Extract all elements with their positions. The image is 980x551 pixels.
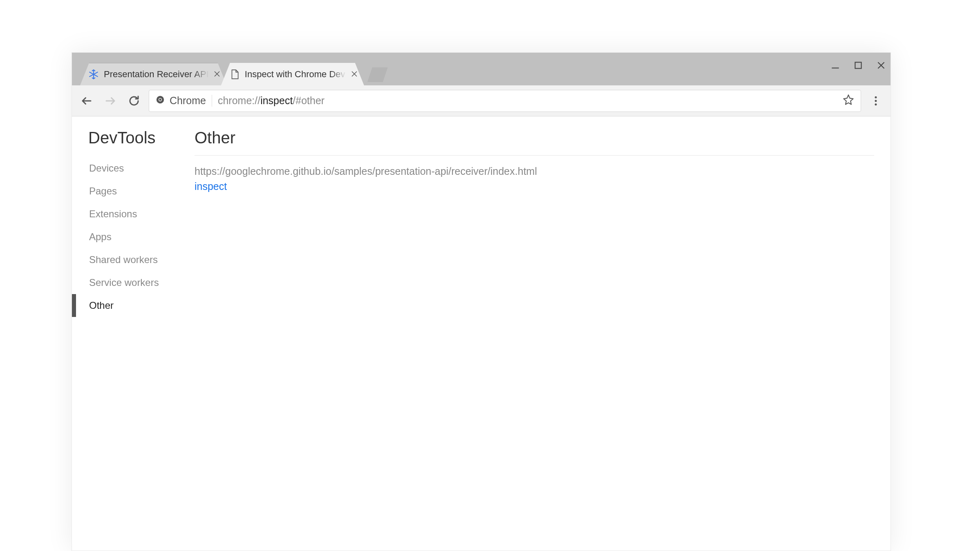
sidebar-title: DevTools (72, 129, 186, 157)
page-content: DevTools Devices Pages Extensions Apps S… (72, 116, 891, 551)
titlebar: Presentation Receiver API Inspect with C… (72, 53, 891, 85)
sidebar-item-other[interactable]: Other (72, 294, 186, 317)
tab-title: Presentation Receiver API (104, 69, 209, 80)
page-icon (229, 69, 240, 80)
inspect-target: https://googlechrome.github.io/samples/p… (195, 165, 874, 192)
close-icon[interactable] (214, 69, 220, 80)
bookmark-star-icon[interactable] (843, 94, 854, 108)
site-chip-label: Chrome (170, 95, 206, 107)
main-title: Other (195, 129, 874, 156)
sidebar-item-service-workers[interactable]: Service workers (72, 271, 186, 294)
forward-button[interactable] (101, 92, 119, 110)
svg-point-15 (875, 100, 877, 102)
browser-window: Presentation Receiver API Inspect with C… (72, 52, 891, 551)
sidebar-item-devices[interactable]: Devices (72, 157, 186, 180)
menu-button[interactable] (867, 92, 885, 110)
inspect-link[interactable]: inspect (195, 181, 874, 192)
tab-inspect[interactable]: Inspect with Chrome Dev (221, 63, 364, 85)
chrome-icon (156, 95, 165, 107)
sidebar: DevTools Devices Pages Extensions Apps S… (72, 116, 186, 551)
sidebar-item-extensions[interactable]: Extensions (72, 203, 186, 225)
sidebar-item-shared-workers[interactable]: Shared workers (72, 248, 186, 271)
address-bar[interactable]: Chrome chrome://inspect/#other (149, 90, 861, 112)
url-path: inspect (260, 95, 293, 107)
window-controls (830, 60, 886, 72)
svg-point-16 (875, 103, 877, 105)
main-panel: Other https://googlechrome.github.io/sam… (186, 116, 891, 551)
tab-title: Inspect with Chrome Dev (245, 69, 346, 80)
maximize-icon[interactable] (853, 60, 864, 72)
sidebar-item-pages[interactable]: Pages (72, 180, 186, 203)
target-url: https://googlechrome.github.io/samples/p… (195, 165, 874, 177)
svg-point-13 (159, 98, 161, 101)
reload-button[interactable] (125, 92, 143, 110)
back-button[interactable] (78, 92, 96, 110)
url-fragment: /#other (293, 95, 324, 107)
url-text: chrome://inspect/#other (218, 95, 837, 107)
toolbar: Chrome chrome://inspect/#other (72, 85, 891, 116)
close-icon[interactable] (351, 69, 358, 80)
url-scheme: chrome:// (218, 95, 260, 107)
new-tab-button[interactable] (367, 67, 388, 82)
snowflake-icon (88, 69, 99, 80)
svg-rect-8 (855, 62, 861, 68)
tab-presentation-receiver[interactable]: Presentation Receiver API (80, 63, 227, 85)
tab-strip: Presentation Receiver API Inspect with C… (72, 53, 388, 85)
svg-point-14 (875, 96, 877, 98)
sidebar-item-apps[interactable]: Apps (72, 225, 186, 248)
minimize-icon[interactable] (830, 60, 841, 72)
close-window-icon[interactable] (876, 60, 886, 72)
site-chip[interactable]: Chrome (156, 95, 212, 107)
